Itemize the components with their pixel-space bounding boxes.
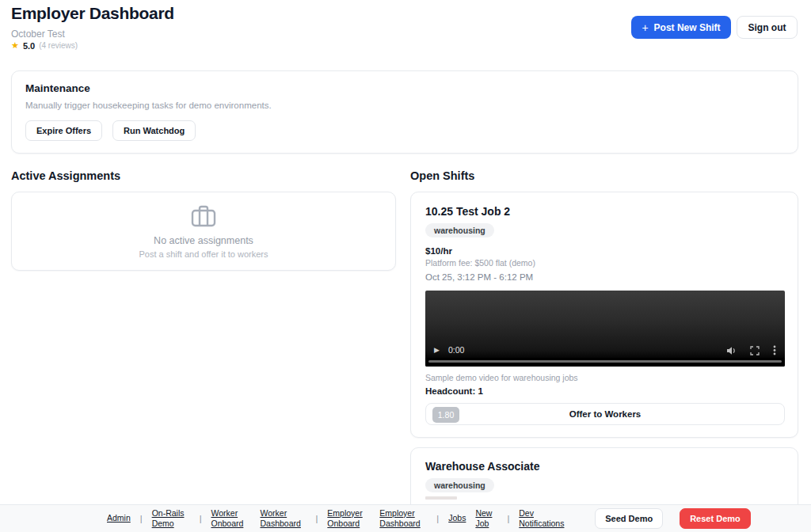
empty-state-title: No active assignments xyxy=(154,235,253,246)
video-caption: Sample demo video for warehousing jobs xyxy=(425,373,578,382)
empty-state-subtitle: Post a shift and offer it to workers xyxy=(139,249,268,259)
multiplier-input[interactable]: 1.80 xyxy=(432,407,459,423)
open-shift-card: 10.25 Test Job 2 warehousing $10/hr Plat… xyxy=(410,192,798,438)
footer-link-worker-onboard[interactable]: Worker Onboard xyxy=(211,508,250,529)
headcount-label: Headcount: 1 xyxy=(425,386,483,396)
expire-offers-button[interactable]: Expire Offers xyxy=(25,120,102,141)
video-controls-right xyxy=(726,345,776,355)
footer-separator: | xyxy=(315,514,318,523)
footer-separator: | xyxy=(200,514,202,523)
pay-rate: $10/hr xyxy=(425,246,452,256)
job-title: 10.25 Test Job 2 xyxy=(425,205,510,218)
seed-demo-button[interactable]: Seed Demo xyxy=(595,508,663,529)
maintenance-actions: Expire Offers Run Watchdog xyxy=(25,120,196,141)
job-tag-badge: warehousing xyxy=(425,223,494,238)
play-icon[interactable]: ▶ xyxy=(434,346,440,354)
company-name: October Test xyxy=(11,28,65,40)
footer-link-admin[interactable]: Admin xyxy=(107,513,131,523)
clipped-text-line xyxy=(425,496,457,500)
job-tag-badge: warehousing xyxy=(425,478,494,492)
post-new-shift-label: Post New Shift xyxy=(654,22,721,33)
video-time: 0:00 xyxy=(448,345,464,355)
footer-separator: | xyxy=(140,514,143,523)
footer-link-dev-notifications[interactable]: Dev Notifications xyxy=(519,508,573,529)
maintenance-title: Maintenance xyxy=(25,82,90,94)
offer-to-workers-button[interactable]: 1.80 Offer to Workers xyxy=(425,403,785,425)
sign-out-button[interactable]: Sign out xyxy=(737,16,798,39)
footer-link-employer-onboard[interactable]: Employer Onboard xyxy=(327,508,370,529)
star-icon: ★ xyxy=(11,40,19,51)
briefcase-icon xyxy=(190,203,217,232)
active-assignments-heading: Active Assignments xyxy=(11,169,120,182)
fullscreen-icon[interactable] xyxy=(750,346,760,355)
reset-demo-button[interactable]: Reset Demo xyxy=(680,508,751,529)
offer-to-workers-label: Offer to Workers xyxy=(569,409,642,419)
run-watchdog-button[interactable]: Run Watchdog xyxy=(112,120,196,141)
page-title: Employer Dashboard xyxy=(11,4,174,23)
footer-link-new-job[interactable]: New Job xyxy=(475,508,497,529)
footer-link-employer-dashboard[interactable]: Employer Dashboard xyxy=(379,508,427,529)
plus-icon: + xyxy=(642,22,648,33)
maintenance-card: Maintenance Manually trigger housekeepin… xyxy=(11,70,798,154)
reviews-count: (4 reviews) xyxy=(39,41,78,50)
post-new-shift-button[interactable]: + Post New Shift xyxy=(631,16,731,39)
more-options-icon[interactable] xyxy=(773,345,776,355)
rating-value: 5.0 xyxy=(23,41,35,51)
platform-fee-note: Platform fee: $500 flat (demo) xyxy=(425,258,535,268)
footer-link-jobs[interactable]: Jobs xyxy=(448,513,466,523)
active-assignments-empty-card: No active assignments Post a shift and o… xyxy=(11,192,396,271)
video-progress-bar[interactable] xyxy=(428,360,782,363)
shift-schedule: Oct 25, 3:12 PM - 6:12 PM xyxy=(425,272,533,282)
footer-separator: | xyxy=(507,514,509,523)
employer-dashboard-page: Employer Dashboard October Test ★ 5.0 (4… xyxy=(0,0,811,532)
rating-row: ★ 5.0 (4 reviews) xyxy=(11,40,78,51)
volume-icon[interactable] xyxy=(726,346,737,355)
footer-link-on-rails-demo[interactable]: On-Rails Demo xyxy=(152,508,190,529)
job-video-player[interactable]: ▶ 0:00 xyxy=(425,291,785,367)
job-title: Warehouse Associate xyxy=(425,460,539,473)
maintenance-description: Manually trigger housekeeping tasks for … xyxy=(25,101,272,110)
footer-separator: | xyxy=(436,514,439,523)
footer-link-worker-dashboard[interactable]: Worker Dashboard xyxy=(260,508,306,529)
open-shifts-heading: Open Shifts xyxy=(410,169,474,182)
dev-footer-bar: Admin | On-Rails Demo | Worker Onboard W… xyxy=(0,504,811,532)
video-controls-left: ▶ 0:00 xyxy=(434,345,464,355)
